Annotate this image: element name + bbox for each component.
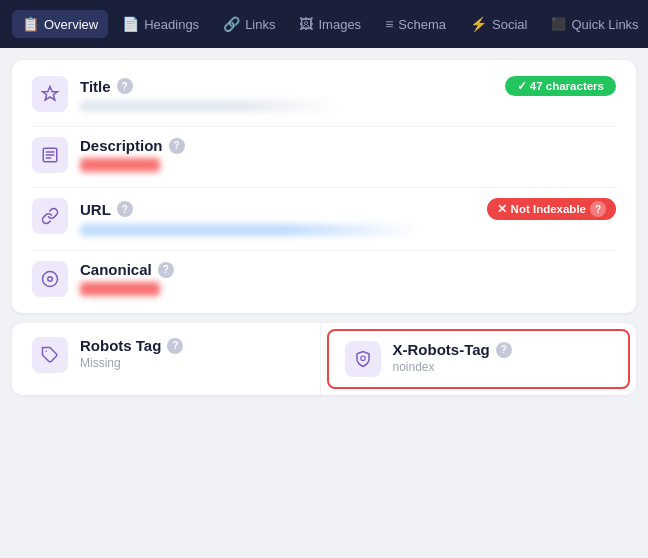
overview-label: Overview [44, 17, 98, 32]
description-section: Description ? [32, 137, 616, 173]
links-label: Links [245, 17, 275, 32]
svg-point-13 [360, 356, 365, 361]
description-blurred-content [80, 158, 160, 172]
nav-item-schema[interactable]: ≡ Schema [375, 10, 456, 38]
x-robots-tag-subtitle: noindex [393, 360, 613, 374]
canonical-label: Canonical [80, 261, 152, 278]
svg-point-10 [43, 272, 58, 287]
canonical-blurred-content [80, 282, 160, 296]
url-section: URL ? ✕ Not Indexable ? [32, 198, 616, 236]
url-badge-help-icon[interactable]: ? [590, 201, 606, 217]
robots-tag-icon [32, 337, 68, 373]
title-label: Title [80, 78, 111, 95]
quicklinks-icon: ⬛ [551, 17, 566, 31]
bottom-card: Robots Tag ? Missing X-Robots-Tag ? noin… [12, 323, 636, 395]
nav-item-headings[interactable]: 📄 Headings [112, 10, 209, 38]
social-icon: ⚡ [470, 16, 487, 32]
x-robots-tag-body: X-Robots-Tag ? noindex [393, 341, 613, 374]
nav-item-overview[interactable]: 📋 Overview [12, 10, 108, 38]
robots-tag-help-icon[interactable]: ? [167, 338, 183, 354]
url-icon [32, 198, 68, 234]
schema-label: Schema [398, 17, 446, 32]
robots-tag-subtitle: Missing [80, 356, 300, 370]
top-nav: 📋 Overview 📄 Headings 🔗 Links 🖼 Images ≡… [0, 0, 648, 48]
robots-tag-col: Robots Tag ? Missing [12, 323, 321, 395]
robots-tag-body: Robots Tag ? Missing [80, 337, 300, 370]
title-body: Title ? ✓ 47 characters [80, 76, 616, 112]
overview-icon: 📋 [22, 16, 39, 32]
description-help-icon[interactable]: ? [169, 138, 185, 154]
headings-icon: 📄 [122, 16, 139, 32]
quicklinks-label: Quick Links [571, 17, 638, 32]
description-icon [32, 137, 68, 173]
title-badge-text: ✓ 47 characters [517, 79, 604, 93]
url-body: URL ? ✕ Not Indexable ? [80, 198, 616, 236]
title-section: Title ? ✓ 47 characters [32, 76, 616, 112]
url-blurred-content [80, 224, 420, 236]
links-icon: 🔗 [223, 16, 240, 32]
description-body: Description ? [80, 137, 616, 172]
url-badge: ✕ Not Indexable ? [487, 198, 616, 220]
x-robots-tag-help-icon[interactable]: ? [496, 342, 512, 358]
title-icon [32, 76, 68, 112]
main-card: Title ? ✓ 47 characters [12, 60, 636, 313]
nav-item-links[interactable]: 🔗 Links [213, 10, 285, 38]
x-robots-tag-icon [345, 341, 381, 377]
url-help-icon[interactable]: ? [117, 201, 133, 217]
images-icon: 🖼 [299, 16, 313, 32]
x-robots-tag-label: X-Robots-Tag [393, 341, 490, 358]
description-label: Description [80, 137, 163, 154]
canonical-body: Canonical ? [80, 261, 616, 296]
svg-point-11 [48, 277, 53, 282]
title-blurred-content [80, 100, 340, 112]
url-badge-text: ✕ Not Indexable [497, 202, 586, 216]
nav-item-quicklinks[interactable]: ⬛ Quick Links [541, 11, 648, 38]
canonical-icon [32, 261, 68, 297]
title-badge: ✓ 47 characters [505, 76, 616, 96]
schema-icon: ≡ [385, 16, 393, 32]
canonical-help-icon[interactable]: ? [158, 262, 174, 278]
social-label: Social [492, 17, 527, 32]
images-label: Images [318, 17, 361, 32]
nav-item-images[interactable]: 🖼 Images [289, 10, 371, 38]
title-help-icon[interactable]: ? [117, 78, 133, 94]
robots-tag-label: Robots Tag [80, 337, 161, 354]
headings-label: Headings [144, 17, 199, 32]
nav-item-social[interactable]: ⚡ Social [460, 10, 537, 38]
canonical-section: Canonical ? [32, 261, 616, 297]
x-robots-tag-col: X-Robots-Tag ? noindex [327, 329, 631, 389]
url-label: URL [80, 201, 111, 218]
